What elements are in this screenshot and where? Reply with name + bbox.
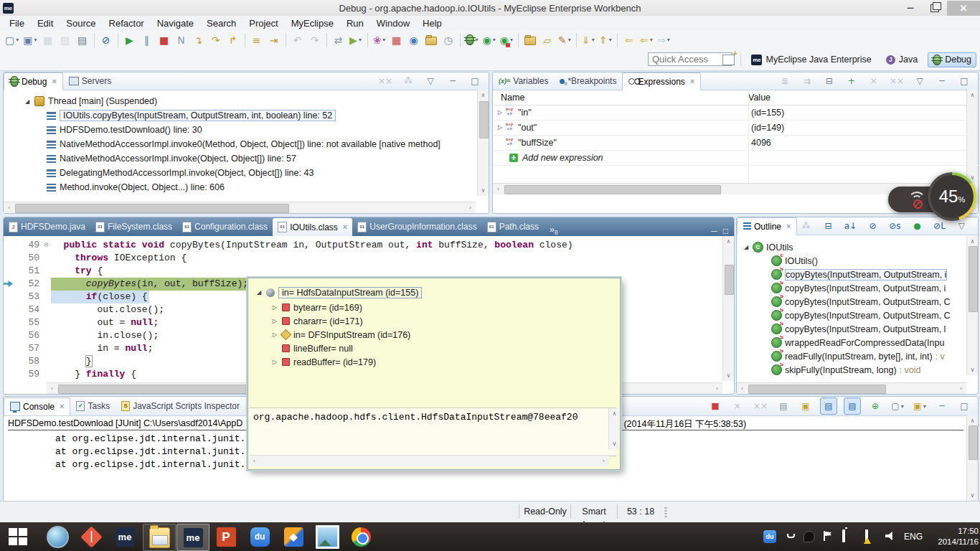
display-selected-console-button[interactable]: ▢▾: [890, 398, 905, 414]
line-number[interactable]: 58: [14, 355, 42, 368]
tray-clock[interactable]: 17:502014/11/16: [933, 526, 979, 547]
hide-static-members-button[interactable]: ⊘s: [887, 218, 903, 234]
line-number[interactable]: 49: [14, 239, 42, 252]
menu-source[interactable]: Source: [60, 17, 102, 29]
debug-stack-tree[interactable]: ◢Thread [main] (Suspended)IOUtils.copyBy…: [4, 90, 477, 196]
code-line[interactable]: 55 out = null;: [14, 316, 160, 329]
editor-tab-usergroupinformation-class[interactable]: 01UserGroupInformation.class: [352, 217, 481, 236]
perspective-myeclipse-java-enterprise[interactable]: meMyEclipse Java Enterprise: [747, 53, 875, 67]
code-line[interactable]: 58 }: [14, 355, 93, 368]
menu-project[interactable]: Project: [242, 17, 284, 29]
history-clock-button[interactable]: ◷: [440, 32, 456, 48]
link-with-editor-button[interactable]: ⁂: [798, 218, 814, 234]
step-return-button[interactable]: ↱: [225, 32, 241, 48]
battery-percentage-widget[interactable]: 45 %: [928, 172, 976, 221]
start-button[interactable]: [9, 528, 27, 545]
code-line[interactable]: 52 copyBytes(in, out, buffSize);: [14, 278, 250, 291]
line-number[interactable]: 53: [14, 291, 42, 303]
menu-edit[interactable]: Edit: [31, 17, 60, 29]
export-button[interactable]: ⇑▾: [598, 32, 613, 48]
outline-item[interactable]: ScopyBytes(InputStream, OutputStream, i: [761, 268, 966, 281]
terminate-button[interactable]: ■: [156, 32, 172, 48]
line-number[interactable]: 55: [14, 316, 42, 329]
show-type-names-button[interactable]: ≣: [777, 73, 793, 89]
line-number[interactable]: 56: [14, 329, 42, 342]
scroll-lock-button[interactable]: ▣: [798, 398, 814, 414]
stack-frame[interactable]: NativeMethodAccessorImpl.invoke(Object, …: [47, 151, 296, 166]
console-tab-tasks[interactable]: ✓Tasks: [70, 398, 116, 415]
suspend-button[interactable]: ∥: [139, 32, 155, 48]
run-button[interactable]: ◉▾: [481, 32, 497, 48]
outline-item[interactable]: ScopyBytes(InputStream, OutputStream, i: [761, 281, 966, 295]
drop-to-frame-button[interactable]: ⇥: [266, 32, 282, 48]
minimize-window-button[interactable]: ─: [898, 1, 923, 16]
hidden-tabs-indicator[interactable]: »8: [550, 225, 558, 236]
disconnect-button[interactable]: N: [174, 32, 189, 48]
code-line[interactable]: 50 throws IOException {: [14, 252, 188, 265]
run-error-history-button[interactable]: ◉▾: [499, 32, 514, 48]
add-expression-button[interactable]: +: [844, 73, 859, 89]
menu-file[interactable]: File: [3, 17, 31, 29]
web-2-0-button[interactable]: ◉: [406, 32, 422, 48]
menu-myeclipse[interactable]: MyEclipse: [285, 17, 340, 29]
code-line[interactable]: 59 } finally {: [14, 368, 138, 381]
taskbar-app-chrome[interactable]: [345, 524, 377, 550]
inspect-child-item[interactable]: lineBuffer= null: [271, 342, 353, 355]
code-line[interactable]: 51 try {: [14, 265, 104, 278]
outline-tab-outline[interactable]: Outline×: [737, 217, 797, 235]
taskbar-app-powerpoint[interactable]: P: [210, 524, 242, 550]
menu-navigate[interactable]: Navigate: [151, 17, 200, 29]
line-number[interactable]: 50: [14, 252, 42, 265]
debug-tab-debug[interactable]: Debug×: [4, 72, 63, 90]
popup-horizontal-scrollbar[interactable]: ‹›: [249, 455, 609, 466]
new-java-element-button[interactable]: ▣▾: [22, 32, 38, 48]
editor-tab-path-class[interactable]: 01Path.class: [482, 217, 544, 236]
popup-detail-scroll[interactable]: ∧∨: [608, 408, 619, 449]
line-number[interactable]: 57: [14, 342, 42, 355]
tray-volume-icon[interactable]: [885, 531, 895, 541]
add-new-expression[interactable]: +Add new expression: [494, 150, 980, 166]
maximize-button[interactable]: □: [956, 398, 972, 414]
taskbar-app-sourcetree[interactable]: [42, 524, 73, 550]
editor-tab-configuration-class[interactable]: 01Configuration.class: [177, 217, 273, 236]
stack-frame[interactable]: IOUtils.copyBytes(InputStream, OutputStr…: [47, 108, 336, 123]
close-tab-icon[interactable]: ×: [343, 223, 347, 231]
inspect-child-item[interactable]: ▷in= DFSInputStream (id=176): [271, 328, 410, 342]
menu-refactor[interactable]: Refactor: [103, 17, 151, 29]
step-into-button[interactable]: ↴: [191, 32, 207, 48]
stack-frame[interactable]: NativeMethodAccessorImpl.invoke0(Method,…: [47, 137, 440, 151]
outline-item[interactable]: ScopyBytes(InputStream, OutputStream, l: [761, 322, 966, 336]
outline-item[interactable]: ScopyBytes(InputStream, OutputStream, C: [761, 295, 966, 309]
maximize-button[interactable]: □: [467, 73, 483, 89]
stack-frame[interactable]: Method.invoke(Object, Object...) line: 6…: [47, 180, 225, 194]
thread-item[interactable]: ◢Thread [main] (Suspended): [24, 94, 157, 108]
perspective-debug[interactable]: Debug: [928, 52, 976, 67]
code-line[interactable]: 56 in.close();: [14, 329, 160, 342]
outline-item[interactable]: SreadFully(InputStream, byte[], int, int…: [761, 349, 966, 363]
outline-item[interactable]: cIOUtils(): [761, 254, 966, 268]
line-number[interactable]: 52: [14, 278, 42, 291]
show-logical-structure-button[interactable]: ⇉: [799, 73, 815, 89]
fold-marker-icon[interactable]: ⊖: [42, 239, 51, 252]
collapse-all-button[interactable]: ⊟: [820, 218, 836, 234]
inspect-popup-detail[interactable]: org.apache.hadoop.hdfs.client.HdfsDataIn…: [249, 408, 616, 456]
expression-row[interactable]: x+y=?"buffSize"4096: [494, 135, 969, 151]
collapse-all-button[interactable]: ⊟: [821, 73, 837, 89]
debug-options-button[interactable]: ⁂: [400, 73, 416, 89]
remove-all-expressions-button[interactable]: ××: [888, 73, 905, 89]
perspective-java[interactable]: JJava: [882, 53, 922, 66]
close-tab-icon[interactable]: ×: [52, 77, 56, 85]
minimize-button[interactable]: ─: [445, 73, 461, 89]
clipboard-button[interactable]: ▱: [540, 32, 555, 48]
taskbar-app-explorer[interactable]: [143, 524, 176, 551]
close-window-button[interactable]: ✕: [947, 1, 980, 16]
editor-minimize-button[interactable]: ─: [711, 226, 717, 236]
expressions-vertical-scrollbar[interactable]: ∧∨: [966, 90, 978, 183]
menu-search[interactable]: Search: [200, 17, 242, 29]
inspect-child-item[interactable]: ▷bytearr= (id=169): [271, 301, 362, 314]
code-line[interactable]: 54 out.close();: [14, 303, 166, 316]
hide-fields-button[interactable]: ⊘: [864, 218, 880, 234]
outline-item[interactable]: ScopyBytes(InputStream, OutputStream, C: [761, 309, 966, 322]
import-button[interactable]: ⇓▾: [580, 32, 596, 48]
back-button[interactable]: ⇐▾: [639, 32, 654, 48]
